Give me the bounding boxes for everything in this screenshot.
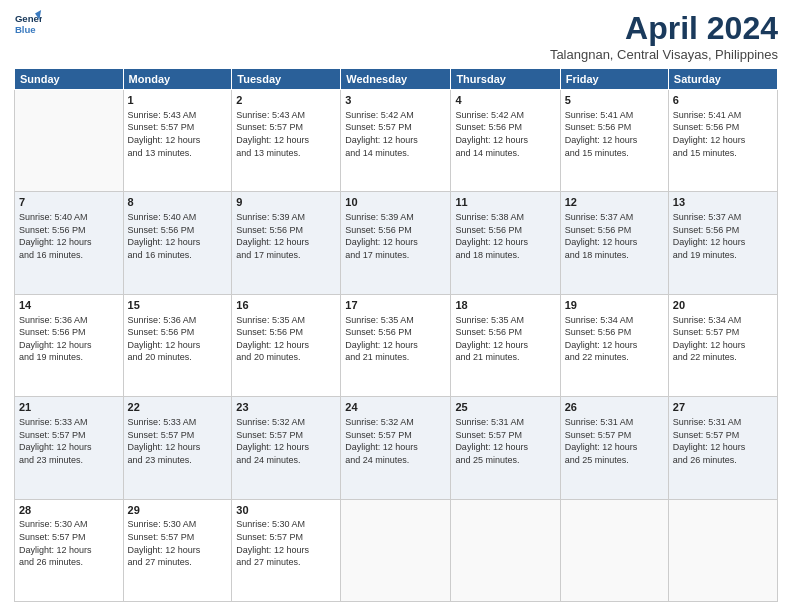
table-row: 10Sunrise: 5:39 AM Sunset: 5:56 PM Dayli… (341, 192, 451, 294)
day-number: 23 (236, 400, 336, 415)
location: Talangnan, Central Visayas, Philippines (550, 47, 778, 62)
calendar-header-row: Sunday Monday Tuesday Wednesday Thursday… (15, 69, 778, 90)
table-row: 3Sunrise: 5:42 AM Sunset: 5:57 PM Daylig… (341, 90, 451, 192)
day-info: Sunrise: 5:37 AM Sunset: 5:56 PM Dayligh… (673, 211, 773, 261)
table-row: 18Sunrise: 5:35 AM Sunset: 5:56 PM Dayli… (451, 294, 560, 396)
logo-icon: GeneralBlue (14, 10, 42, 38)
day-number: 16 (236, 298, 336, 313)
day-number: 10 (345, 195, 446, 210)
day-info: Sunrise: 5:31 AM Sunset: 5:57 PM Dayligh… (673, 416, 773, 466)
svg-text:Blue: Blue (15, 24, 36, 35)
day-number: 14 (19, 298, 119, 313)
day-info: Sunrise: 5:38 AM Sunset: 5:56 PM Dayligh… (455, 211, 555, 261)
day-number: 9 (236, 195, 336, 210)
day-info: Sunrise: 5:33 AM Sunset: 5:57 PM Dayligh… (128, 416, 228, 466)
col-tuesday: Tuesday (232, 69, 341, 90)
day-number: 1 (128, 93, 228, 108)
day-number: 29 (128, 503, 228, 518)
table-row: 23Sunrise: 5:32 AM Sunset: 5:57 PM Dayli… (232, 397, 341, 499)
day-info: Sunrise: 5:32 AM Sunset: 5:57 PM Dayligh… (345, 416, 446, 466)
day-info: Sunrise: 5:33 AM Sunset: 5:57 PM Dayligh… (19, 416, 119, 466)
day-number: 21 (19, 400, 119, 415)
calendar-week-row: 1Sunrise: 5:43 AM Sunset: 5:57 PM Daylig… (15, 90, 778, 192)
table-row (341, 499, 451, 601)
col-wednesday: Wednesday (341, 69, 451, 90)
page: GeneralBlue April 2024 Talangnan, Centra… (0, 0, 792, 612)
day-info: Sunrise: 5:30 AM Sunset: 5:57 PM Dayligh… (19, 518, 119, 568)
day-info: Sunrise: 5:34 AM Sunset: 5:57 PM Dayligh… (673, 314, 773, 364)
calendar-table: Sunday Monday Tuesday Wednesday Thursday… (14, 68, 778, 602)
day-number: 26 (565, 400, 664, 415)
day-info: Sunrise: 5:31 AM Sunset: 5:57 PM Dayligh… (455, 416, 555, 466)
table-row: 16Sunrise: 5:35 AM Sunset: 5:56 PM Dayli… (232, 294, 341, 396)
day-number: 27 (673, 400, 773, 415)
day-info: Sunrise: 5:30 AM Sunset: 5:57 PM Dayligh… (236, 518, 336, 568)
day-info: Sunrise: 5:30 AM Sunset: 5:57 PM Dayligh… (128, 518, 228, 568)
day-number: 22 (128, 400, 228, 415)
day-info: Sunrise: 5:42 AM Sunset: 5:57 PM Dayligh… (345, 109, 446, 159)
day-info: Sunrise: 5:35 AM Sunset: 5:56 PM Dayligh… (345, 314, 446, 364)
day-info: Sunrise: 5:43 AM Sunset: 5:57 PM Dayligh… (128, 109, 228, 159)
table-row: 7Sunrise: 5:40 AM Sunset: 5:56 PM Daylig… (15, 192, 124, 294)
table-row: 25Sunrise: 5:31 AM Sunset: 5:57 PM Dayli… (451, 397, 560, 499)
day-number: 19 (565, 298, 664, 313)
day-number: 3 (345, 93, 446, 108)
calendar-week-row: 7Sunrise: 5:40 AM Sunset: 5:56 PM Daylig… (15, 192, 778, 294)
day-number: 17 (345, 298, 446, 313)
day-info: Sunrise: 5:40 AM Sunset: 5:56 PM Dayligh… (128, 211, 228, 261)
day-number: 25 (455, 400, 555, 415)
table-row: 1Sunrise: 5:43 AM Sunset: 5:57 PM Daylig… (123, 90, 232, 192)
table-row: 5Sunrise: 5:41 AM Sunset: 5:56 PM Daylig… (560, 90, 668, 192)
day-info: Sunrise: 5:42 AM Sunset: 5:56 PM Dayligh… (455, 109, 555, 159)
table-row: 28Sunrise: 5:30 AM Sunset: 5:57 PM Dayli… (15, 499, 124, 601)
calendar-week-row: 28Sunrise: 5:30 AM Sunset: 5:57 PM Dayli… (15, 499, 778, 601)
day-number: 6 (673, 93, 773, 108)
table-row: 2Sunrise: 5:43 AM Sunset: 5:57 PM Daylig… (232, 90, 341, 192)
day-info: Sunrise: 5:36 AM Sunset: 5:56 PM Dayligh… (128, 314, 228, 364)
table-row (15, 90, 124, 192)
day-info: Sunrise: 5:39 AM Sunset: 5:56 PM Dayligh… (236, 211, 336, 261)
table-row: 14Sunrise: 5:36 AM Sunset: 5:56 PM Dayli… (15, 294, 124, 396)
table-row: 15Sunrise: 5:36 AM Sunset: 5:56 PM Dayli… (123, 294, 232, 396)
day-info: Sunrise: 5:32 AM Sunset: 5:57 PM Dayligh… (236, 416, 336, 466)
day-info: Sunrise: 5:31 AM Sunset: 5:57 PM Dayligh… (565, 416, 664, 466)
day-info: Sunrise: 5:41 AM Sunset: 5:56 PM Dayligh… (673, 109, 773, 159)
table-row: 30Sunrise: 5:30 AM Sunset: 5:57 PM Dayli… (232, 499, 341, 601)
day-number: 12 (565, 195, 664, 210)
table-row: 13Sunrise: 5:37 AM Sunset: 5:56 PM Dayli… (668, 192, 777, 294)
table-row: 6Sunrise: 5:41 AM Sunset: 5:56 PM Daylig… (668, 90, 777, 192)
day-info: Sunrise: 5:43 AM Sunset: 5:57 PM Dayligh… (236, 109, 336, 159)
day-number: 2 (236, 93, 336, 108)
month-title: April 2024 (550, 10, 778, 47)
day-info: Sunrise: 5:41 AM Sunset: 5:56 PM Dayligh… (565, 109, 664, 159)
table-row: 17Sunrise: 5:35 AM Sunset: 5:56 PM Dayli… (341, 294, 451, 396)
col-monday: Monday (123, 69, 232, 90)
calendar-week-row: 14Sunrise: 5:36 AM Sunset: 5:56 PM Dayli… (15, 294, 778, 396)
table-row: 4Sunrise: 5:42 AM Sunset: 5:56 PM Daylig… (451, 90, 560, 192)
table-row: 9Sunrise: 5:39 AM Sunset: 5:56 PM Daylig… (232, 192, 341, 294)
day-number: 30 (236, 503, 336, 518)
day-number: 20 (673, 298, 773, 313)
day-number: 15 (128, 298, 228, 313)
title-block: April 2024 Talangnan, Central Visayas, P… (550, 10, 778, 62)
day-number: 7 (19, 195, 119, 210)
day-info: Sunrise: 5:34 AM Sunset: 5:56 PM Dayligh… (565, 314, 664, 364)
table-row: 24Sunrise: 5:32 AM Sunset: 5:57 PM Dayli… (341, 397, 451, 499)
day-number: 8 (128, 195, 228, 210)
day-info: Sunrise: 5:40 AM Sunset: 5:56 PM Dayligh… (19, 211, 119, 261)
col-sunday: Sunday (15, 69, 124, 90)
day-number: 13 (673, 195, 773, 210)
day-number: 18 (455, 298, 555, 313)
day-info: Sunrise: 5:37 AM Sunset: 5:56 PM Dayligh… (565, 211, 664, 261)
logo: GeneralBlue (14, 10, 42, 38)
day-info: Sunrise: 5:36 AM Sunset: 5:56 PM Dayligh… (19, 314, 119, 364)
day-info: Sunrise: 5:35 AM Sunset: 5:56 PM Dayligh… (236, 314, 336, 364)
day-number: 24 (345, 400, 446, 415)
table-row: 11Sunrise: 5:38 AM Sunset: 5:56 PM Dayli… (451, 192, 560, 294)
table-row: 12Sunrise: 5:37 AM Sunset: 5:56 PM Dayli… (560, 192, 668, 294)
table-row: 19Sunrise: 5:34 AM Sunset: 5:56 PM Dayli… (560, 294, 668, 396)
day-number: 4 (455, 93, 555, 108)
day-number: 11 (455, 195, 555, 210)
day-info: Sunrise: 5:39 AM Sunset: 5:56 PM Dayligh… (345, 211, 446, 261)
header: GeneralBlue April 2024 Talangnan, Centra… (14, 10, 778, 62)
